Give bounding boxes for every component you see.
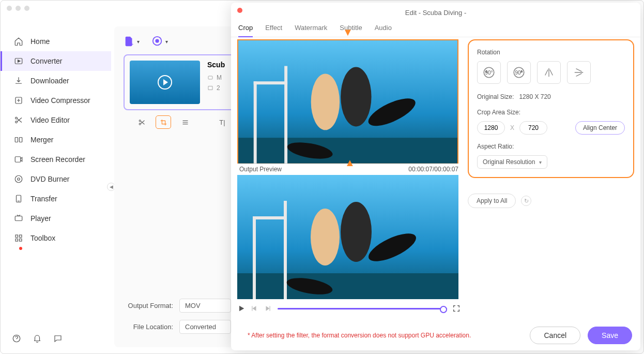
sidebar-item-label: Transfer: [30, 195, 57, 203]
svg-point-36: [341, 202, 372, 262]
sidebar-item-player[interactable]: Player: [1, 209, 111, 228]
save-button[interactable]: Save: [588, 327, 632, 344]
play-icon: [158, 75, 172, 90]
sidebar-item-downloader[interactable]: Downloader: [1, 71, 111, 91]
aspect-ratio-label: Aspect Ratio:: [477, 143, 625, 150]
edit-modal: Edit - Scuba Diving - Crop Effect Waterm…: [231, 3, 640, 350]
chat-icon[interactable]: [53, 334, 63, 343]
tv-icon: [14, 214, 23, 223]
scissors-icon: [14, 115, 23, 125]
svg-rect-24: [254, 81, 257, 164]
cut-button[interactable]: [134, 115, 149, 129]
output-preview: [237, 175, 458, 299]
sidebar-item-recorder[interactable]: Screen Recorder: [1, 150, 111, 169]
text-button[interactable]: T|: [214, 115, 230, 129]
close-dot[interactable]: [7, 6, 12, 11]
apply-row: Apply to All ↻: [468, 194, 634, 208]
seek-slider[interactable]: [278, 308, 447, 309]
fullscreen-button[interactable]: [452, 304, 461, 313]
rotate-ccw-button[interactable]: 90°: [477, 61, 501, 84]
svg-point-29: [365, 93, 419, 131]
help-icon[interactable]: [12, 334, 21, 343]
original-size-value: 1280 X 720: [519, 93, 550, 100]
crop-button[interactable]: [156, 115, 171, 129]
next-frame-button[interactable]: [264, 305, 272, 312]
prev-frame-button[interactable]: [251, 305, 259, 312]
sidebar-item-label: Player: [30, 214, 51, 223]
transfer-icon: [14, 194, 23, 203]
notification-dot: [19, 247, 22, 250]
grid-icon: [14, 233, 23, 243]
scene-illustration: [237, 175, 458, 299]
aspect-ratio-select[interactable]: Original Resolution: [477, 155, 547, 169]
svg-rect-32: [253, 216, 256, 299]
modal-footer: * After setting the filter, the format c…: [239, 327, 632, 344]
sidebar-item-editor[interactable]: Video Editor: [1, 110, 111, 130]
rotation-label: Rotation: [477, 49, 625, 56]
rotation-buttons: 90° 90°: [477, 61, 625, 84]
file-location-select[interactable]: Converted: [179, 320, 231, 334]
svg-rect-25: [284, 66, 287, 164]
play-button[interactable]: [237, 304, 246, 313]
tab-crop[interactable]: Crop: [238, 24, 253, 37]
svg-rect-26: [254, 81, 287, 84]
sidebar-item-label: Home: [30, 37, 50, 46]
svg-rect-15: [20, 239, 22, 242]
svg-marker-1: [18, 60, 21, 63]
arrow-up-icon: ▲: [345, 157, 355, 169]
tab-effect[interactable]: Effect: [265, 24, 282, 37]
svg-point-8: [15, 175, 22, 183]
compress-icon: [14, 96, 23, 105]
max-dot[interactable]: [24, 6, 29, 11]
align-center-button[interactable]: Align Center: [575, 121, 625, 135]
rotate-cw-button[interactable]: 90°: [507, 61, 531, 84]
svg-rect-5: [15, 138, 18, 142]
editor-body: ▲ Output Preview 00:00:07/00:00:07: [231, 37, 640, 317]
sidebar-utility: [12, 334, 63, 343]
svg-rect-34: [253, 216, 287, 219]
add-disc-button[interactable]: ▾: [152, 36, 168, 47]
settings-button[interactable]: [177, 115, 193, 129]
video-thumbnail[interactable]: [130, 61, 200, 104]
svg-point-35: [311, 209, 340, 266]
tab-watermark[interactable]: Watermark: [295, 24, 327, 37]
sidebar-item-merger[interactable]: Merger: [1, 130, 111, 150]
disc-icon: [14, 174, 23, 184]
svg-point-19: [156, 39, 159, 42]
crop-preview[interactable]: ▲: [237, 39, 458, 164]
sidebar-item-transfer[interactable]: Transfer: [1, 189, 111, 209]
flip-vertical-button[interactable]: [567, 61, 591, 84]
chevron-down-icon: ▾: [137, 39, 140, 45]
svg-point-37: [365, 228, 420, 267]
cancel-button[interactable]: Cancel: [530, 327, 580, 344]
sidebar-item-toolbox[interactable]: Toolbox: [1, 228, 111, 248]
flip-horizontal-button[interactable]: [537, 61, 561, 84]
sidebar-item-home[interactable]: Home: [1, 32, 111, 51]
min-dot[interactable]: [16, 6, 21, 11]
sidebar-item-compressor[interactable]: Video Compressor: [1, 91, 111, 110]
sidebar-item-label: Screen Recorder: [30, 155, 85, 164]
player-controls: [237, 304, 461, 313]
reset-button[interactable]: ↻: [521, 196, 531, 206]
add-file-button[interactable]: + ▾: [124, 36, 140, 47]
crop-width-input[interactable]: [477, 121, 505, 135]
preview-column: ▲ Output Preview 00:00:07/00:00:07: [237, 37, 461, 317]
sidebar-item-label: DVD Burner: [30, 175, 69, 183]
sidebar-item-dvd[interactable]: DVD Burner: [1, 169, 111, 189]
crop-height-input[interactable]: [519, 121, 547, 135]
apply-to-all-button[interactable]: Apply to All: [468, 194, 516, 208]
scene-illustration: [238, 40, 457, 164]
output-format-select[interactable]: MOV: [179, 299, 231, 313]
sidebar-item-label: Video Compressor: [30, 96, 90, 105]
crop-size-inputs: X Align Center: [477, 121, 625, 135]
svg-rect-14: [16, 239, 18, 242]
sidebar-item-converter[interactable]: Converter: [1, 51, 111, 71]
sidebar-item-label: Downloader: [30, 77, 69, 85]
download-icon: [14, 76, 23, 85]
tab-audio[interactable]: Audio: [375, 24, 392, 37]
svg-rect-7: [15, 157, 21, 163]
tab-subtitle[interactable]: Subtitle: [340, 24, 362, 37]
traffic-lights: [7, 6, 29, 11]
bell-icon[interactable]: [33, 334, 42, 343]
tabs: Crop Effect Watermark Subtitle Audio ▼: [231, 17, 640, 37]
